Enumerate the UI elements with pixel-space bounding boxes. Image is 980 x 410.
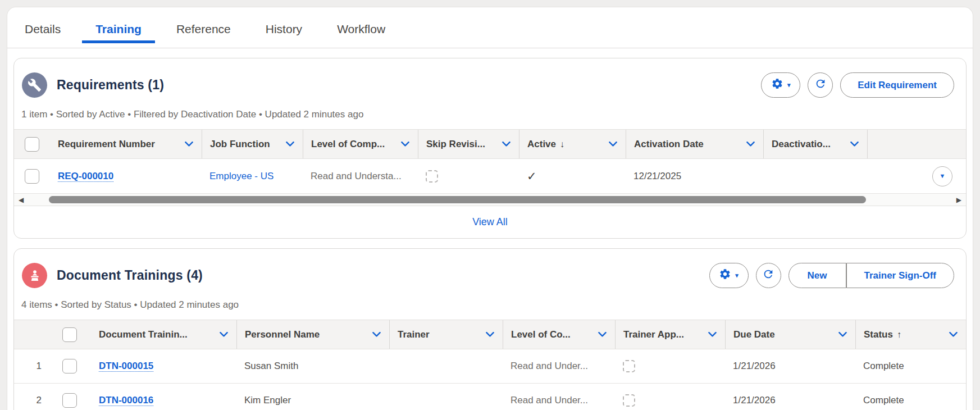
column-status[interactable]: Status ↑	[855, 320, 966, 349]
document-trainings-table-header: Document Trainin... Personnel Name Train…	[14, 320, 966, 349]
tab-workflow[interactable]: Workflow	[337, 21, 385, 48]
document-trainings-header: Document Trainings (4) ▾ New Trainer Sig…	[14, 249, 966, 294]
requirements-settings-button[interactable]: ▾	[761, 72, 800, 98]
column-skip-revision[interactable]: Skip Revisi...	[418, 130, 519, 158]
select-row-checkbox[interactable]	[62, 359, 77, 373]
column-active[interactable]: Active ↓	[519, 130, 626, 158]
requirements-refresh-button[interactable]	[808, 72, 833, 98]
document-training-link[interactable]: DTN-000016	[99, 395, 153, 406]
row-checkbox-cell	[48, 349, 91, 383]
chevron-down-icon	[401, 142, 409, 147]
requirement-number-link[interactable]: REQ-000010	[58, 171, 113, 182]
level-of-competency-cell: Read and Understa...	[303, 159, 418, 193]
row-number-cell: 2	[14, 384, 48, 410]
table-row: 2 DTN-000016 Kim Engler Read and Under..…	[14, 384, 966, 410]
trainer-approval-checkbox	[623, 394, 635, 407]
requirements-table-header: Requirement Number Job Function Level of…	[14, 129, 966, 159]
select-all-checkbox[interactable]	[25, 137, 39, 152]
row-action-menu-button[interactable]: ▼	[932, 166, 952, 186]
tab-reference[interactable]: Reference	[176, 21, 231, 48]
trainer-sign-off-button[interactable]: Trainer Sign-Off	[846, 263, 954, 288]
edit-requirement-button[interactable]: Edit Requirement	[840, 72, 954, 98]
document-trainings-refresh-button[interactable]	[756, 263, 781, 288]
column-document-training[interactable]: Document Trainin...	[91, 320, 236, 349]
chevron-down-icon	[185, 142, 193, 147]
chevron-down-icon: ▼	[940, 173, 946, 179]
document-trainings-title: Document Trainings (4)	[57, 268, 203, 283]
column-level-of-competency[interactable]: Level of Comp...	[303, 130, 418, 158]
column-personnel-name[interactable]: Personnel Name	[236, 320, 389, 349]
deactivation-date-cell	[763, 159, 867, 193]
column-trainer-approval[interactable]: Trainer App...	[615, 320, 725, 349]
select-row-checkbox[interactable]	[25, 169, 39, 184]
document-trainings-actions: ▾ New Trainer Sign-Off	[709, 263, 954, 288]
check-icon: ✓	[527, 170, 537, 183]
level-of-competency-cell: Read and Under...	[503, 349, 615, 383]
personnel-name-cell: Kim Engler	[236, 384, 389, 410]
column-deactivation-date[interactable]: Deactivatio...	[763, 130, 867, 158]
column-due-date[interactable]: Due Date	[725, 320, 855, 349]
trainer-cell	[389, 384, 503, 410]
activation-date-cell: 12/21/2025	[626, 159, 763, 193]
chevron-down-icon	[286, 142, 294, 147]
requirements-actions: ▾ Edit Requirement	[761, 72, 954, 98]
refresh-icon	[762, 268, 774, 283]
trainer-approval-cell	[615, 349, 725, 383]
personnel-name-cell: Susan Smith	[236, 349, 389, 383]
select-row-checkbox[interactable]	[62, 393, 77, 408]
job-function-cell: Employee - US	[202, 159, 303, 193]
row-number-header-cell	[14, 320, 48, 349]
chevron-down-icon	[746, 142, 755, 147]
column-requirement-number[interactable]: Requirement Number	[50, 130, 202, 158]
level-of-competency-cell: Read and Under...	[503, 384, 615, 410]
active-cell: ✓	[519, 159, 626, 193]
table-row: REQ-000010 Employee - US Read and Unders…	[14, 159, 966, 194]
document-training-cell: DTN-000016	[91, 384, 236, 410]
status-cell: Complete	[855, 349, 966, 383]
document-training-link[interactable]: DTN-000015	[99, 361, 153, 372]
table-row: 1 DTN-000015 Susan Smith Read and Under.…	[14, 349, 966, 384]
tab-bar: Details Training Reference History Workf…	[7, 7, 973, 48]
requirements-meta: 1 item • Sorted by Active • Filtered by …	[14, 103, 966, 129]
scroll-right-icon[interactable]: ▶	[956, 194, 961, 206]
select-all-checkbox[interactable]	[62, 327, 77, 342]
gear-icon	[771, 78, 783, 93]
wrench-icon	[22, 72, 47, 98]
chevron-down-icon	[850, 142, 859, 147]
column-level-of-competency[interactable]: Level of Co...	[503, 320, 615, 349]
chevron-down-icon	[372, 332, 381, 337]
row-actions-cell: ▼	[867, 159, 966, 193]
row-checkbox-cell	[48, 384, 91, 410]
tab-history[interactable]: History	[266, 21, 302, 48]
requirements-footer: View All	[14, 206, 966, 238]
new-button[interactable]: New	[788, 263, 846, 288]
chevron-down-icon: ▾	[787, 82, 791, 88]
trainer-approval-checkbox	[623, 360, 635, 372]
horizontal-scrollbar[interactable]: ◀ ▶	[14, 194, 966, 206]
horizontal-scrollbar-thumb[interactable]	[49, 196, 866, 203]
document-trainings-button-group: New Trainer Sign-Off	[788, 263, 954, 288]
chevron-down-icon	[838, 332, 847, 337]
tab-details[interactable]: Details	[25, 21, 61, 48]
main-panel: Details Training Reference History Workf…	[7, 7, 973, 410]
job-function-link[interactable]: Employee - US	[209, 171, 274, 182]
chevron-down-icon	[220, 332, 228, 337]
tab-training[interactable]: Training	[95, 21, 142, 48]
sort-ascending-icon: ↑	[897, 330, 901, 340]
chevron-down-icon	[598, 332, 607, 337]
chevron-down-icon	[486, 332, 494, 337]
scroll-left-icon[interactable]: ◀	[19, 194, 24, 206]
select-all-checkbox-cell	[48, 320, 91, 349]
view-all-link[interactable]: View All	[472, 216, 508, 228]
column-job-function[interactable]: Job Function	[202, 130, 303, 158]
trainer-icon	[22, 263, 47, 288]
column-activation-date[interactable]: Activation Date	[626, 130, 763, 158]
status-cell: Complete	[855, 384, 966, 410]
column-trainer[interactable]: Trainer	[389, 320, 503, 349]
trainer-approval-cell	[615, 384, 725, 410]
trainer-cell	[389, 349, 503, 383]
chevron-down-icon: ▾	[735, 272, 739, 279]
document-trainings-meta: 4 items • Sorted by Status • Updated 2 m…	[14, 294, 966, 320]
requirements-header: Requirements (1) ▾ Edit Requirement	[14, 58, 966, 103]
document-trainings-settings-button[interactable]: ▾	[709, 263, 749, 288]
